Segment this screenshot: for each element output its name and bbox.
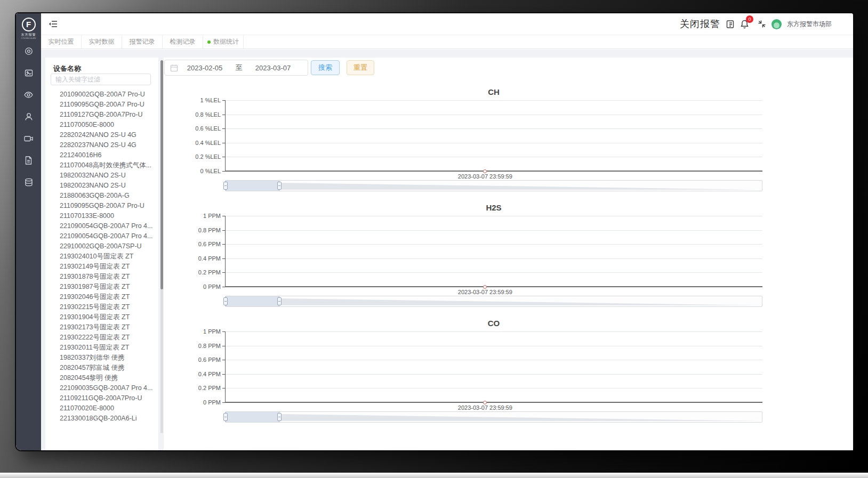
device-list-item[interactable]: 221090054GQB-200A7 Pro 4... [45,221,154,231]
tab-label: 报警记录 [130,37,155,46]
device-list-item[interactable]: 2193024010号固定表 ZT [45,252,154,262]
x-axis-line [225,171,762,172]
start-date-value[interactable]: 2023-02-05 [178,64,231,72]
zoom-handle-left[interactable] [223,413,228,421]
reset-button[interactable]: 重置 [347,60,374,75]
device-list-item[interactable]: 219302046号固定表 ZT [45,292,154,302]
eye-icon [23,90,34,102]
document-icon [24,156,33,167]
device-list-item[interactable]: 21109095GQB-200A7 Pro-U [45,100,154,110]
device-list-item[interactable]: 221090035GQB-200A7 Pro 4... [45,383,154,393]
logo-subtext: DONGFANG ALARM [16,37,41,39]
zoom-handle-right[interactable] [277,182,282,190]
scrollbar-track[interactable] [160,60,163,433]
device-list-item[interactable]: 22820237NANO 2S-U 4G [45,140,154,150]
device-list-item[interactable]: 20820454黎明 便携 [45,373,154,383]
device-list-item[interactable]: 211070050E-8000 [45,120,154,130]
device-list-item[interactable]: 219301987号固定表 ZT [45,282,154,292]
app-window: F 东方报警 DONGFANG ALARM 关闭报警 [16,13,853,450]
device-list-item[interactable]: 20820457郭富城 便携 [45,363,154,373]
company-logo[interactable]: F 东方报警 DONGFANG ALARM [16,18,41,39]
notification-bell-icon[interactable]: 0 [740,19,749,29]
collapse-menu-icon[interactable] [49,20,58,28]
sidebar-item-document-icon[interactable] [16,150,41,172]
data-point[interactable] [483,285,487,289]
x-axis-label: 2023-03-07 23:59:59 [437,404,533,411]
device-list-item[interactable]: 19820337刘德华 便携 [45,353,154,363]
zoom-handle-left[interactable] [223,182,228,190]
close-alarm-button[interactable]: 关闭报警 [680,18,720,30]
device-list-item[interactable]: 219302173号固定表 ZT [45,322,154,333]
device-list-item[interactable]: 219301904号固定表 ZT [45,312,154,322]
y-axis-label: 0.6 %LEL [182,125,221,132]
date-range-separator: 至 [231,63,246,72]
device-list-item[interactable]: 221240016H6 [45,150,154,160]
zoom-slider[interactable] [225,180,762,191]
zoom-selected-range[interactable] [226,412,279,422]
device-list-item[interactable]: 22820242NANO 2S-U 4G [45,130,154,140]
tab-实时数据[interactable]: 实时数据 [82,35,122,48]
zoom-handle-right[interactable] [277,413,282,421]
chart-title: H2S [225,203,762,212]
y-axis-line [225,100,226,171]
device-list-item[interactable]: 19820023NANO 2S-U [45,181,154,191]
chart-plot-area: 1 %LEL0.8 %LEL0.6 %LEL0.4 %LEL0.2 %LEL0 … [225,100,762,171]
zoom-selected-range[interactable] [226,181,279,191]
user-avatar[interactable] [771,19,782,29]
device-list-item[interactable]: 211070133E-8000 [45,211,154,221]
tab-检测记录[interactable]: 检测记录 [163,35,203,48]
header: 关闭报警 0 [41,13,853,35]
scrollbar-thumb[interactable] [160,60,163,289]
tab-报警记录[interactable]: 报警记录 [122,35,163,48]
device-list-item[interactable]: 219302222号固定表 ZT [45,333,154,343]
tab-数据统计[interactable]: 数据统计 [203,35,244,48]
gridline [225,143,762,143]
device-list-item[interactable]: 21109127GQB-200A7Pro-U [45,110,154,120]
chart-CO: CO1 PPM0.8 PPM0.6 PPM0.4 PPM0.2 PPM0 PPM… [225,319,762,434]
device-list-item[interactable]: 221330018GQB-200A6-Li [45,414,154,424]
zoom-handle-left[interactable] [223,297,228,305]
user-name[interactable]: 东方报警市场部 [787,20,832,29]
device-list-item[interactable]: 19820032NANO 2S-U [45,171,154,181]
video-icon [23,134,34,145]
data-point[interactable] [483,401,487,404]
device-list-item[interactable]: 20109002GQB-200A7 Pro-U [45,90,154,100]
tab-label: 实时位置 [49,37,74,46]
end-date-value[interactable]: 2023-03-07 [246,64,300,72]
date-range-picker[interactable]: 2023-02-05 至 2023-03-07 [164,60,308,76]
y-axis-label: 0.6 PPM [182,357,221,363]
chart-plot-area: 1 PPM0.8 PPM0.6 PPM0.4 PPM0.2 PPM0 PPM [225,216,762,287]
data-point[interactable] [483,169,487,173]
device-list-item[interactable]: 219302011号固定表 ZT [45,343,154,353]
y-axis-label: 1 PPM [182,328,221,335]
zoom-slider[interactable] [225,296,762,307]
device-list-item[interactable]: 219301878号固定表 ZT [45,272,154,282]
device-list-item[interactable]: 21109211GQB-200A7Pro-U [45,393,154,403]
search-button[interactable]: 搜索 [311,60,340,75]
sidebar-item-eye-icon[interactable] [16,85,41,107]
device-list-item[interactable]: 219302215号固定表 ZT [45,302,154,312]
log-document-icon[interactable] [726,20,735,29]
device-list-item[interactable]: 211070048高时效便携式气体... [45,160,154,171]
device-list-item[interactable]: 211070020E-8000 [45,403,154,414]
sidebar: F 东方报警 DONGFANG ALARM [16,13,41,450]
zoom-slider[interactable] [225,411,762,423]
device-list-item[interactable]: 219302149号固定表 ZT [45,262,154,272]
logo-text: 东方报警 [16,33,41,37]
zoom-selected-range[interactable] [226,296,279,306]
sidebar-item-target-icon[interactable] [16,41,41,63]
sidebar-item-video-icon[interactable] [16,128,41,150]
device-list-item[interactable]: 221090054GQB-200A7 Pro 4... [45,231,154,241]
device-list-item[interactable]: 21880063GQB-200A-G [45,191,154,201]
user-icon [24,112,34,124]
chart-H2S: H2S1 PPM0.8 PPM0.6 PPM0.4 PPM0.2 PPM0 PP… [225,203,762,319]
tab-实时位置[interactable]: 实时位置 [41,35,82,48]
device-filter-input[interactable] [51,74,151,85]
device-list-item[interactable]: 22910002GQB-200A7SP-U [45,241,154,252]
sidebar-item-user-icon[interactable] [16,107,41,128]
sidebar-item-image-icon[interactable] [16,63,41,85]
sidebar-item-database-icon[interactable] [16,172,41,194]
zoom-handle-right[interactable] [277,297,282,305]
exit-fullscreen-icon[interactable] [758,20,766,28]
device-list-item[interactable]: 21109095GQB-200A7 Pro-U [45,201,154,211]
